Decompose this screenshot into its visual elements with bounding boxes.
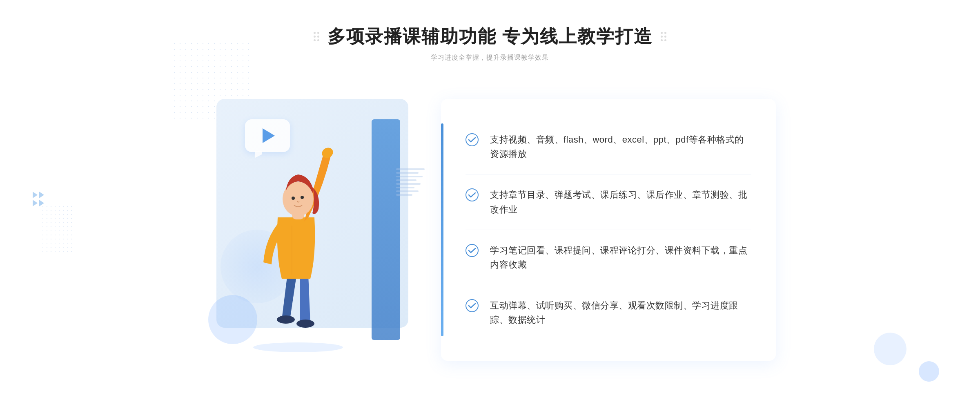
content-area: 支持视频、音频、flash、word、excel、ppt、pdf等各种格式的资源…: [204, 87, 776, 361]
check-icon-3: [466, 244, 479, 257]
svg-point-6: [292, 197, 295, 200]
svg-point-7: [301, 196, 304, 199]
check-icon-2: [466, 188, 479, 201]
svg-point-8: [466, 134, 478, 146]
svg-point-1: [277, 315, 295, 324]
feature-text-4: 互动弹幕、试听购买、微信分享、观看次数限制、学习进度跟踪、数据统计: [490, 298, 751, 327]
svg-point-11: [466, 300, 478, 312]
feature-text-3: 学习笔记回看、课程提问、课程评论打分、课件资料下载，重点内容收藏: [490, 243, 751, 272]
deco-stripes: [396, 168, 425, 209]
page-header: 多项录播课辅助功能 专为线上教学打造 学习进度全掌握，提升录播课教学效果: [314, 25, 666, 62]
svg-point-3: [320, 146, 335, 160]
feature-item-3: 学习笔记回看、课程提问、课程评论打分、课件资料下载，重点内容收藏: [466, 230, 751, 285]
svg-point-0: [253, 342, 343, 352]
title-dots-left: [314, 32, 319, 41]
svg-point-2: [296, 320, 314, 328]
features-panel: 支持视频、音频、flash、word、excel、ppt、pdf等各种格式的资源…: [441, 99, 776, 361]
title-dots-right: [661, 32, 666, 41]
svg-point-10: [466, 244, 478, 257]
sub-title: 学习进度全掌握，提升录播课教学效果: [431, 54, 549, 62]
feature-text-1: 支持视频、音频、flash、word、excel、ppt、pdf等各种格式的资源…: [490, 132, 751, 161]
deco-circle-2: [919, 361, 939, 382]
svg-point-9: [466, 189, 478, 201]
feature-item-2: 支持章节目录、弹题考试、课后练习、课后作业、章节测验、批改作业: [466, 174, 751, 230]
check-icon-1: [466, 133, 479, 146]
left-illustration: [204, 87, 433, 352]
main-title: 多项录播课辅助功能 专为线上教学打造: [327, 25, 653, 49]
deco-circle-1: [874, 333, 906, 365]
feature-item-4: 互动弹幕、试听购买、微信分享、观看次数限制、学习进度跟踪、数据统计: [466, 285, 751, 340]
check-icon-4: [466, 299, 479, 312]
left-chevrons-decoration: [33, 192, 44, 206]
title-row: 多项录播课辅助功能 专为线上教学打造: [314, 25, 666, 49]
deco-blue-rect: [372, 119, 400, 340]
feature-text-2: 支持章节目录、弹题考试、课后练习、课后作业、章节测验、批改作业: [490, 188, 751, 216]
person-illustration: [229, 123, 368, 352]
feature-item-1: 支持视频、音频、flash、word、excel、ppt、pdf等各种格式的资源…: [466, 119, 751, 174]
